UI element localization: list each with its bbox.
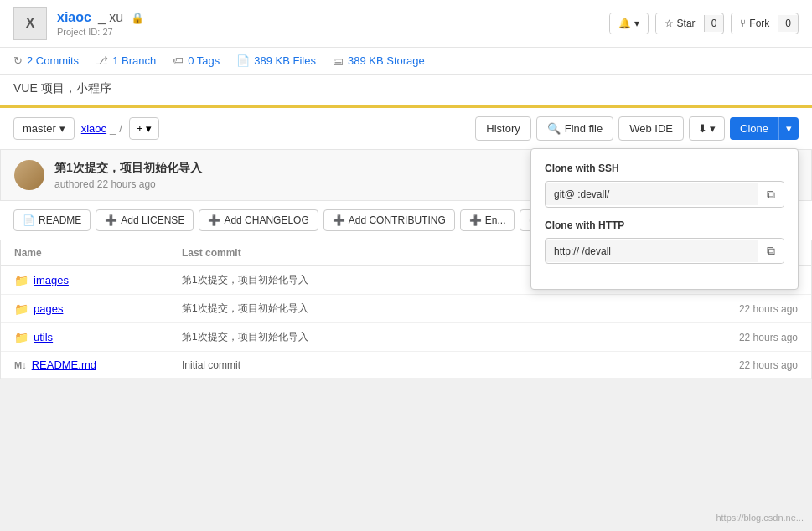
add-license-button[interactable]: ➕ Add LICENSE — [96, 209, 194, 231]
table-row: M↓ README.md Initial commit 22 hours ago — [1, 352, 811, 379]
http-url: http:// /devall — [546, 240, 758, 262]
file-time-pages: 22 hours ago — [672, 303, 798, 315]
notification-chevron: ▾ — [634, 18, 639, 29]
col-name-header: Name — [14, 247, 182, 259]
path-sep1: _ — [110, 122, 116, 135]
add-license-icon: ➕ — [105, 214, 117, 226]
avatar-image — [14, 160, 44, 190]
folder-icon: 📁 — [14, 331, 28, 344]
project-info: X xiaoc _ xu 🔒 Project ID: 27 — [13, 7, 144, 40]
add-changelog-button[interactable]: ➕ Add CHANGELOG — [199, 209, 318, 231]
clone-button-group: Clone ▾ — [730, 117, 799, 140]
storage-stat: 🖴 389 KB Storage — [333, 54, 425, 67]
file-name-utils: 📁 utils — [14, 331, 182, 344]
avatar: X — [13, 7, 47, 40]
star-icon: ☆ — [665, 18, 674, 29]
description-bar: VUE 项目，小程序 — [0, 75, 812, 108]
lock-icon: 🔒 — [131, 12, 144, 24]
star-button-group: ☆ Star 0 — [655, 13, 725, 34]
storage-icon: 🖴 — [333, 54, 344, 67]
fork-icon: ⑂ — [740, 18, 746, 29]
commits-link[interactable]: 2 Commits — [27, 54, 79, 67]
clone-chevron-icon: ▾ — [778, 117, 799, 140]
search-icon: 🔍 — [547, 122, 561, 135]
project-title: xiaoc _ xu 🔒 Project ID: 27 — [57, 10, 144, 37]
file-commit-readme: Initial commit — [182, 359, 672, 371]
download-icon: ⬇ — [698, 122, 707, 135]
http-title: Clone with HTTP — [545, 219, 784, 231]
file-name-pages: 📁 pages — [14, 302, 182, 316]
project-name: xiaoc — [57, 10, 91, 24]
project-description: VUE 项目，小程序 — [13, 81, 111, 95]
file-name-readme: M↓ README.md — [14, 358, 182, 371]
notification-button-group: 🔔 ▾ — [609, 13, 649, 34]
file-commit-pages: 第1次提交，项目初始化导入 — [182, 302, 672, 316]
commit-avatar — [14, 160, 44, 190]
branch-selector[interactable]: master ▾ — [13, 117, 75, 140]
branch-name: master — [23, 122, 56, 135]
tags-stat: 🏷 0 Tags — [173, 54, 220, 67]
star-button[interactable]: ☆ Star — [656, 13, 704, 34]
file-link-readme[interactable]: README.md — [32, 358, 96, 371]
find-file-button[interactable]: 🔍 Find file — [536, 116, 614, 141]
en-button[interactable]: ➕ En... — [460, 209, 515, 231]
ssh-url: git@ :devall/ — [546, 183, 758, 205]
add-changelog-icon: ➕ — [208, 214, 220, 226]
en-icon: ➕ — [469, 214, 482, 226]
top-actions: 🔔 ▾ ☆ Star 0 ⑂ Fork 0 — [609, 13, 799, 34]
bell-icon: 🔔 — [618, 18, 631, 29]
project-name-suffix: _ xu 🔒 — [95, 10, 145, 24]
web-ide-button[interactable]: Web IDE — [618, 116, 684, 141]
branch-chevron-icon: ▾ — [59, 122, 65, 135]
files-stat: 📄 389 KB Files — [236, 54, 316, 67]
top-bar: X xiaoc _ xu 🔒 Project ID: 27 🔔 ▾ ☆ Star — [0, 0, 812, 48]
repo-toolbar: master ▾ xiaoc _ / + ▾ History 🔍 Find fi… — [0, 108, 812, 150]
commit-meta: authored 22 hours ago — [54, 178, 202, 190]
clone-button[interactable]: Clone ▾ — [730, 117, 799, 140]
add-contributing-icon: ➕ — [333, 214, 345, 226]
file-link-images[interactable]: images — [34, 274, 69, 286]
file-link-utils[interactable]: utils — [34, 331, 53, 343]
project-id: Project ID: 27 — [57, 27, 144, 37]
add-contributing-button[interactable]: ➕ Add CONTRIBUTING — [323, 209, 455, 231]
branches-link[interactable]: 1 Branch — [112, 54, 156, 67]
fork-count: 0 — [778, 15, 798, 32]
folder-icon: 📁 — [14, 274, 28, 287]
readme-button[interactable]: 📄 README — [13, 209, 91, 231]
path-nav: xiaoc _ / — [81, 122, 122, 135]
http-copy-button[interactable]: ⧉ — [758, 239, 784, 263]
table-row: 📁 pages 第1次提交，项目初始化导入 22 hours ago — [1, 295, 811, 323]
path-sep2: / — [119, 122, 122, 135]
ssh-copy-button[interactable]: ⧉ — [758, 183, 784, 207]
file-commit-utils: 第1次提交，项目初始化导入 — [182, 330, 672, 344]
path-root[interactable]: xiaoc — [81, 122, 106, 135]
file-type-icon: M↓ — [14, 360, 27, 370]
commit-message: 第1次提交，项目初始化导入 — [54, 161, 202, 176]
ssh-title: Clone with SSH — [545, 162, 784, 174]
history-button[interactable]: History — [475, 116, 530, 141]
folder-icon: 📁 — [14, 302, 28, 316]
branch-icon: ⎇ — [96, 54, 108, 67]
file-link-pages[interactable]: pages — [34, 302, 63, 315]
file-name-images: 📁 images — [14, 274, 182, 287]
http-input-row: http:// /devall ⧉ — [545, 238, 784, 264]
file-time-utils: 22 hours ago — [672, 332, 798, 343]
file-time-readme: 22 hours ago — [672, 359, 798, 371]
tags-link[interactable]: 0 Tags — [188, 54, 220, 67]
branches-stat: ⎇ 1 Branch — [96, 54, 156, 67]
fork-button[interactable]: ⑂ Fork — [732, 13, 778, 34]
star-count: 0 — [704, 15, 724, 32]
commits-stat: ↻ 2 Commits — [13, 54, 79, 67]
toolbar-right: History 🔍 Find file Web IDE ⬇ ▾ Clone ▾ — [475, 116, 799, 141]
commits-icon: ↻ — [13, 54, 23, 67]
clone-dropdown: Clone with SSH git@ :devall/ ⧉ Clone wit… — [530, 148, 799, 290]
commit-info: 第1次提交，项目初始化导入 authored 22 hours ago — [54, 161, 202, 190]
table-row: 📁 utils 第1次提交，项目初始化导入 22 hours ago — [1, 323, 811, 352]
stats-bar: ↻ 2 Commits ⎇ 1 Branch 🏷 0 Tags 📄 389 KB… — [0, 48, 812, 75]
storage-link[interactable]: 389 KB Storage — [348, 54, 425, 67]
download-button[interactable]: ⬇ ▾ — [689, 116, 725, 141]
files-link[interactable]: 389 KB Files — [254, 54, 316, 67]
add-file-button[interactable]: + ▾ — [129, 117, 159, 140]
notification-button[interactable]: 🔔 ▾ — [610, 13, 648, 34]
ssh-input-row: git@ :devall/ ⧉ — [545, 181, 784, 208]
